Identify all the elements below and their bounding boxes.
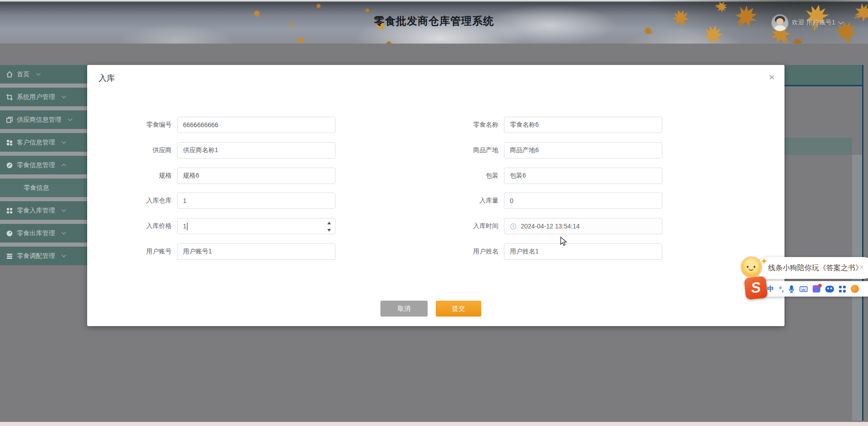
account-input[interactable]: 用户账号1 <box>177 243 335 260</box>
home-icon <box>6 71 13 78</box>
stepper-up-icon <box>327 222 331 224</box>
origin-input[interactable]: 商品产地6 <box>504 142 662 159</box>
spec-label: 规格 <box>96 172 172 180</box>
more-tools-icon[interactable] <box>851 285 859 293</box>
quantity-label: 入库量 <box>426 197 498 205</box>
chevron-icon <box>62 164 66 168</box>
supplier-icon <box>6 116 13 124</box>
origin-label: 商品产地 <box>426 146 498 154</box>
pet-banner[interactable]: 线条小狗陪你玩《答案之书》 × <box>756 257 868 279</box>
maple-leaf-icon <box>791 36 804 44</box>
warehouse-label: 入库仓库 <box>96 197 172 205</box>
maple-leaf-icon <box>385 40 393 44</box>
page-title: 零食批发商仓库管理系统 <box>0 14 868 28</box>
outbound-icon <box>6 230 13 237</box>
sidebar-item-label: 零食出库管理 <box>17 229 55 238</box>
chevron-icon <box>62 253 66 258</box>
allocate-icon <box>6 253 13 260</box>
time-input[interactable]: 2024-04-12 13:54:14 <box>504 218 662 234</box>
sidebar-item-inbound-mgmt[interactable]: 零食入库管理 <box>0 201 87 220</box>
snack-code-label: 零食编号 <box>96 121 172 129</box>
welcome-text: 欢迎 用户账号1 <box>792 19 835 27</box>
punctuation-icon[interactable]: °, <box>779 285 784 293</box>
microphone-icon[interactable] <box>789 285 794 293</box>
inbound-icon <box>6 207 13 214</box>
snack-code-input[interactable]: 6666666666 <box>177 117 335 133</box>
supplier-input[interactable]: 供应商名称1 <box>177 142 335 159</box>
package-label: 包装 <box>426 172 498 180</box>
sidebar-item-label: 零食信息 <box>24 184 49 192</box>
submit-button[interactable]: 提交 <box>436 301 481 317</box>
sidebar-subitem-snack-info[interactable]: 零食信息 <box>0 178 87 197</box>
chevron-icon <box>62 94 66 99</box>
maple-leaf-icon <box>295 35 306 44</box>
sidebar-item-label: 系统用户管理 <box>17 93 55 101</box>
inbound-dialog: 入库 × 零食编号 6666666666 零食名称 零食名称6 供应商 供应商名… <box>87 65 784 326</box>
mouse-cursor <box>560 237 569 247</box>
chevron-icon <box>62 208 66 212</box>
dialog-title: 入库 <box>99 73 115 84</box>
skin-icon[interactable] <box>813 285 820 292</box>
sidebar-item-label: 首页 <box>17 70 30 79</box>
app-header: 零食批发商仓库管理系统 欢迎 用户账号1 <box>0 0 868 44</box>
snack-name-label: 零食名称 <box>426 121 498 129</box>
chevron-icon <box>68 117 73 121</box>
snack-name-input[interactable]: 零食名称6 <box>504 117 662 133</box>
spec-input[interactable]: 规格6 <box>177 168 335 184</box>
chevron-icon <box>36 71 41 76</box>
customer-icon <box>6 139 13 146</box>
maple-leaf-icon <box>314 1 323 10</box>
system-users-icon <box>6 94 13 101</box>
snack-info-icon <box>6 162 13 169</box>
stepper-down-icon <box>327 229 331 232</box>
game-center-icon[interactable] <box>825 286 834 292</box>
quantity-input[interactable]: 0 <box>504 193 662 209</box>
sidebar-item-home[interactable]: 首页 <box>0 65 87 84</box>
sidebar-item-label: 零食信息管理 <box>17 161 55 169</box>
close-icon[interactable]: × <box>766 71 778 83</box>
avatar <box>772 15 788 31</box>
text-caret <box>187 223 187 230</box>
sidebar-item-label: 零食入库管理 <box>17 207 55 215</box>
sidebar-item-label: 零食调配管理 <box>17 252 55 260</box>
chinese-mode-icon[interactable]: 中 <box>767 285 774 293</box>
account-label: 用户账号 <box>96 248 172 256</box>
content-panel-border <box>862 65 863 421</box>
pet-banner-close-icon[interactable]: × <box>859 263 864 272</box>
sun-emoji-icon <box>742 258 761 277</box>
maple-leaf-icon <box>714 0 730 15</box>
chevron-down-icon <box>838 19 843 24</box>
number-stepper[interactable] <box>326 220 333 233</box>
apps-grid-icon[interactable] <box>839 286 846 292</box>
sidebar-item-suppliers[interactable]: 供应商信息管理 <box>0 110 87 129</box>
ime-toolbar: 中 °, <box>758 281 868 297</box>
sidebar-item-system-users[interactable]: 系统用户管理 <box>0 88 87 106</box>
cancel-button[interactable]: 取消 <box>380 301 428 317</box>
keyboard-icon[interactable] <box>799 286 808 292</box>
package-input[interactable]: 包装6 <box>504 168 662 184</box>
warehouse-input[interactable]: 1 <box>177 193 335 209</box>
content-tab-bar <box>784 65 863 86</box>
time-label: 入库时间 <box>426 222 498 230</box>
user-menu[interactable]: 欢迎 用户账号1 <box>772 14 843 32</box>
table-header-band <box>784 138 852 155</box>
clock-icon <box>510 223 517 230</box>
sidebar-item-label: 供应商信息管理 <box>17 116 61 124</box>
sidebar-item-customers[interactable]: 客户信息管理 <box>0 133 87 152</box>
username-label: 用户姓名 <box>426 248 498 256</box>
pet-banner-text: 线条小狗陪你玩《答案之书》 <box>768 263 863 273</box>
price-input[interactable]: 1 <box>177 218 335 234</box>
chevron-icon <box>62 230 66 235</box>
bottom-scroll-strip[interactable] <box>0 422 868 426</box>
chevron-icon <box>62 139 66 144</box>
username-input[interactable]: 用户姓名1 <box>504 243 662 260</box>
sidebar-item-snack-info-mgmt[interactable]: 零食信息管理 <box>0 156 87 174</box>
supplier-label: 供应商 <box>96 146 172 154</box>
sogou-logo[interactable]: S <box>744 276 768 300</box>
sidebar-item-label: 客户信息管理 <box>17 139 55 147</box>
price-label: 入库价格 <box>96 222 172 230</box>
maple-leaf-icon <box>364 7 371 14</box>
sidebar-item-allocate-mgmt[interactable]: 零食调配管理 <box>0 247 87 265</box>
sidebar-item-outbound-mgmt[interactable]: 零食出库管理 <box>0 224 87 243</box>
sidebar: 首页 系统用户管理 供应商信息管理 客户信息管理 零食信息管理 零食信息 <box>0 65 87 265</box>
